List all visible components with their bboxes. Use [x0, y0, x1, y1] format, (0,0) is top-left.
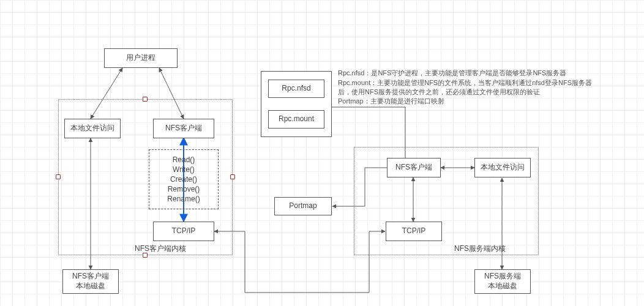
nfs-client-left-box: NFS客户端 [153, 119, 214, 138]
diagram-canvas: NFS客户端内核 用户进程 本地文件访问 NFS客户端 Read() Write… [0, 0, 644, 306]
tcpip-right-box: TCP/IP [386, 222, 442, 241]
user-process-box: 用户进程 [104, 48, 178, 68]
selection-handle [143, 253, 148, 258]
note-rpc-mount: Rpc.mount：主要功能是管理NFS的文件系统，当客户端顺利通过nfsd登录… [338, 78, 595, 97]
local-file-right-box: 本地文件访问 [474, 158, 531, 177]
server-disk-box: NFS服务端 本地磁盘 [474, 269, 531, 294]
rpc-nfsd-box: Rpc.nfsd [268, 80, 324, 98]
note-rpc-nfsd: Rpc.nfsd：是NFS守护进程，主要功能是管理客户端是否能够登录NFS服务器 [338, 69, 595, 78]
local-file-left-box: 本地文件访问 [64, 119, 121, 138]
client-disk-box: NFS客户端 本地磁盘 [62, 269, 119, 294]
server-kernel-label: NFS服务端内核 [454, 244, 506, 254]
rpc-mount-box: Rpc.mount [268, 110, 324, 129]
rpc-ops-box: Read() Write() Create() Remove() Rename(… [149, 149, 219, 209]
tcpip-left-box: TCP/IP [153, 222, 214, 241]
nfs-client-right-box: NFS客户端 [387, 158, 441, 177]
selection-handle [56, 174, 61, 179]
portmap-box: Portmap [274, 197, 332, 215]
note-portmap: Portmap：主要功能是进行端口映射 [338, 97, 595, 106]
selection-handle [230, 174, 235, 179]
selection-handle [143, 97, 148, 102]
